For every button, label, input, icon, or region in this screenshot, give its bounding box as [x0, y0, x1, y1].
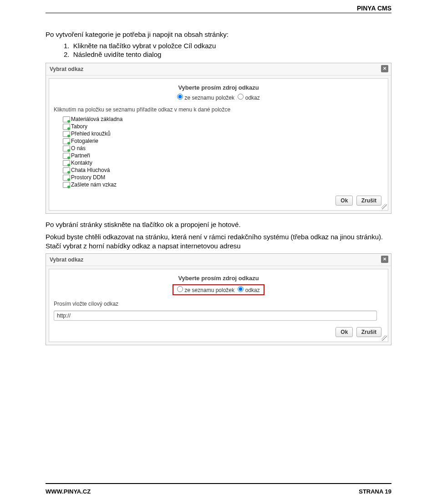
paragraph-after-select: Po vybrání stránky stiskněte na tlačítko…	[46, 220, 391, 229]
page-icon	[63, 182, 69, 187]
list-item[interactable]: Kontakty	[63, 159, 383, 166]
radio-link-input[interactable]	[238, 286, 244, 292]
resize-grip-icon[interactable]	[381, 335, 387, 341]
page-icon	[63, 160, 69, 166]
item-tree: Materiálová základna Tabory Přehled krou…	[54, 116, 383, 188]
list-item[interactable]: Zašlete nám vzkaz	[63, 181, 383, 188]
page-icon	[63, 153, 69, 158]
list-item[interactable]: Tabory	[63, 123, 383, 130]
dialog-button-row: Ok Zrušit	[54, 324, 383, 338]
page-icon	[63, 138, 69, 144]
dialog-heading: Vyberte prosím zdroj odkazu	[54, 275, 383, 282]
radio-group-source: ze seznamu položek odkaz	[54, 94, 383, 101]
radio-from-list-input[interactable]	[177, 286, 183, 292]
footer-rule	[46, 483, 391, 485]
dialog-button-row: Ok Zrušit	[54, 193, 383, 207]
cancel-button[interactable]: Zrušit	[356, 327, 381, 337]
radio-from-list[interactable]: ze seznamu položek	[177, 95, 236, 101]
step-2: 2. Následně uvidíte tento dialog	[64, 50, 391, 58]
header-rule	[46, 13, 391, 13]
ok-button[interactable]: Ok	[335, 327, 353, 337]
close-icon[interactable]: ✕	[381, 256, 388, 263]
page-icon	[63, 116, 69, 122]
ok-button[interactable]: Ok	[335, 196, 353, 206]
close-icon[interactable]: ✕	[381, 65, 388, 72]
intro-text: Po vytvoření kategorie je potřeba ji nap…	[46, 30, 391, 39]
page-icon	[63, 131, 69, 136]
footer-right: STRANA 19	[359, 488, 391, 495]
page-icon	[63, 167, 69, 173]
list-item[interactable]: Chata Hluchová	[63, 166, 383, 174]
radio-link-input[interactable]	[238, 94, 244, 100]
radio-from-list[interactable]: ze seznamu položek	[177, 287, 236, 293]
footer-left: WWW.PINYA.CZ	[46, 488, 91, 495]
dialog-heading: Vyberte prosím zdroj odkazu	[54, 84, 383, 91]
steps-list: 1. Klikněte na tlačítko vybrat v položce…	[46, 42, 391, 58]
dialog-title: Vybrat odkaz ✕	[46, 254, 391, 266]
list-item[interactable]: Partneři	[63, 152, 383, 159]
list-item[interactable]: Materiálová základna	[63, 116, 383, 123]
step-1: 1. Klikněte na tlačítko vybrat v položce…	[64, 42, 391, 50]
footer: WWW.PINYA.CZ STRANA 19	[46, 488, 391, 495]
page-header-title: PINYA CMS	[357, 5, 391, 12]
page-icon	[63, 175, 69, 180]
url-input[interactable]	[54, 311, 377, 321]
list-item[interactable]: Přehled kroužků	[63, 130, 383, 137]
dialog-select-link-2: Vybrat odkaz ✕ Vyberte prosím zdroj odka…	[46, 253, 391, 345]
dialog-instruction: Kliknutím na položku se seznamu přiřadít…	[54, 106, 383, 113]
radio-from-list-input[interactable]	[177, 94, 183, 100]
radio-group-source: ze seznamu položek odkaz	[54, 284, 383, 295]
paragraph-external-link: Pokud byste chtěli odkazovat na stránku,…	[46, 232, 391, 251]
dialog-select-link-1: Vybrat odkaz ✕ Vyberte prosím zdroj odka…	[46, 63, 391, 214]
resize-grip-icon[interactable]	[381, 204, 387, 209]
radio-link[interactable]: odkaz	[238, 287, 259, 293]
radio-link[interactable]: odkaz	[238, 95, 259, 101]
list-item[interactable]: O nás	[63, 145, 383, 152]
list-item[interactable]: Fotogalerie	[63, 137, 383, 145]
dialog-title: Vybrat odkaz ✕	[46, 63, 391, 76]
url-label: Prosím vložte cílový odkaz	[54, 301, 383, 307]
highlighted-radio-group: ze seznamu položek odkaz	[173, 284, 264, 295]
page-icon	[63, 124, 69, 129]
page-icon	[63, 146, 69, 151]
cancel-button[interactable]: Zrušit	[356, 196, 381, 206]
list-item[interactable]: Prostory DDM	[63, 174, 383, 181]
